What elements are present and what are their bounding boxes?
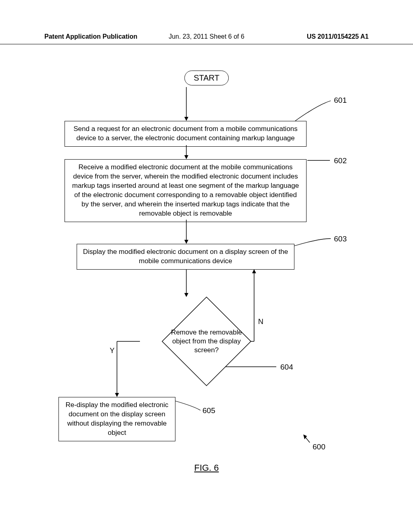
svg-marker-14 xyxy=(115,393,119,397)
step-601: Send a request for an electronic documen… xyxy=(65,121,307,147)
ref-603: 603 xyxy=(334,235,347,243)
label-yes: Y xyxy=(110,347,115,355)
header-mid: Jun. 23, 2011 Sheet 6 of 6 xyxy=(169,33,244,40)
flowchart: START xyxy=(0,56,413,516)
ref-601: 601 xyxy=(334,96,347,105)
ref-605: 605 xyxy=(202,406,215,415)
page-header: Patent Application Publication Jun. 23, … xyxy=(0,33,413,44)
page: Patent Application Publication Jun. 23, … xyxy=(0,0,413,532)
header-left: Patent Application Publication xyxy=(44,33,138,40)
step-602: Receive a modified electronic document a… xyxy=(65,159,307,222)
svg-marker-6 xyxy=(184,240,188,244)
step-605: Re-display the modified electronic docum… xyxy=(58,397,175,441)
svg-marker-3 xyxy=(184,155,188,159)
svg-marker-11 xyxy=(252,269,256,273)
decision-text: Remove the removable object from the dis… xyxy=(164,328,249,355)
figure-label: FIG. 6 xyxy=(194,463,219,473)
label-no: N xyxy=(258,318,263,326)
header-right: US 2011/0154225 A1 xyxy=(307,33,369,40)
decision-604: Remove the removable object from the dis… xyxy=(160,295,253,388)
ref-600: 600 xyxy=(313,443,325,451)
step-603: Display the modified electronic document… xyxy=(77,244,294,270)
ref-602: 602 xyxy=(334,156,347,165)
svg-marker-1 xyxy=(184,117,188,121)
ref-604: 604 xyxy=(280,363,293,372)
